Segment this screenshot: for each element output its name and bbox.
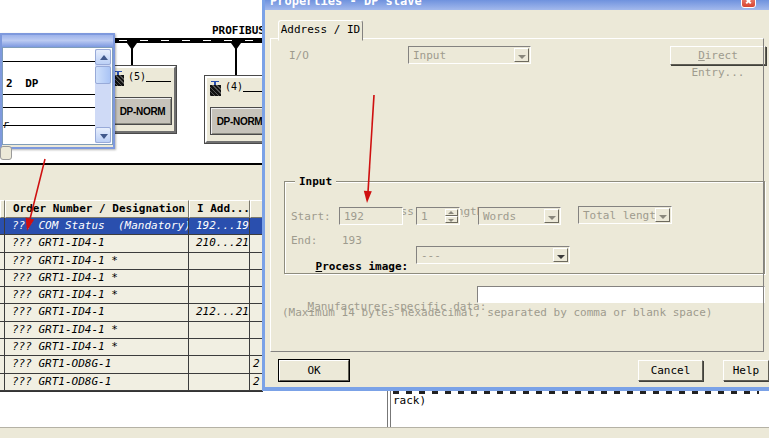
dp-slave-icon <box>210 85 221 96</box>
tab-page <box>270 38 764 352</box>
scrollbar[interactable] <box>95 49 111 143</box>
slot-row-fragment: r <box>3 119 9 130</box>
dp-norm-badge: DP-NORM <box>210 107 269 135</box>
help-button[interactable]: Help <box>723 360 769 381</box>
obscured-text-line <box>393 391 759 394</box>
table-row[interactable]: ??? GRT1-ID4-1 212...213 <box>0 304 263 321</box>
dialog-titlebar[interactable]: Properties - DP slave <box>265 0 769 10</box>
lower-right-pane <box>391 391 769 427</box>
lower-pane-background <box>0 165 262 200</box>
profibus-bus-label: PROFIBUS <box>212 25 265 37</box>
tab-address-id[interactable]: Address / ID <box>278 20 363 41</box>
bottom-status-strip <box>0 427 769 438</box>
table-header-row: Order Number / Designation I Add... <box>0 200 263 218</box>
table-row[interactable]: ??? GRT1-OD8G-1 2 <box>0 374 263 391</box>
table-row[interactable]: ??? GRT1-ID4-1 * <box>0 322 263 339</box>
drop-line <box>235 44 237 76</box>
table-row[interactable]: ??? GRT1-ID4-1 * <box>0 253 263 270</box>
scroll-down-icon[interactable] <box>95 127 111 143</box>
dp-slave-5[interactable]: (5) DP-NORM <box>108 66 176 133</box>
slave-number: (5) <box>128 71 146 83</box>
slave-name-line <box>146 81 171 82</box>
close-icon[interactable] <box>741 0 756 8</box>
info-text: rack) <box>393 395 426 407</box>
rack-slot-list[interactable]: 2 DP r <box>2 47 113 145</box>
cancel-button[interactable]: Cancel <box>638 360 703 381</box>
table-row[interactable]: ??? GRT1-OD8G-1 2 <box>0 356 263 373</box>
table-row[interactable]: ??? GRT1-ID4-1 * <box>0 287 263 304</box>
mini-window: 2 DP r <box>0 33 115 149</box>
col-i-address[interactable]: I Add... <box>189 200 250 218</box>
ok-button[interactable]: OK <box>279 360 349 381</box>
table-row[interactable]: ??? GRT1-ID4-1 210...211 <box>0 235 263 252</box>
module-table: Order Number / Designation I Add... ??? … <box>0 200 263 392</box>
mini-window-titlebar[interactable] <box>2 35 113 47</box>
col-order-number[interactable]: Order Number / Designation <box>5 200 189 218</box>
table-row[interactable]: ??? COM Status (Mandatory) 192...193 <box>0 218 263 235</box>
scroll-up-icon[interactable] <box>95 49 111 65</box>
properties-dialog: Properties - DP slave Address / ID I/O I… <box>262 0 769 391</box>
scrollbar-thumb[interactable] <box>95 66 111 84</box>
drop-line <box>131 44 133 66</box>
slave-number: (4) <box>225 81 243 93</box>
dp-norm-badge: DP-NORM <box>113 97 172 125</box>
lower-left-pane <box>0 392 387 427</box>
ui-fragment <box>0 146 12 160</box>
table-row[interactable]: ??? GRT1-ID4-1 * <box>0 339 263 356</box>
table-row[interactable]: ??? GRT1-ID4-1 * <box>0 270 263 287</box>
dialog-title: Properties - DP slave <box>270 0 422 8</box>
slot-row-label: 2 DP <box>6 77 39 90</box>
